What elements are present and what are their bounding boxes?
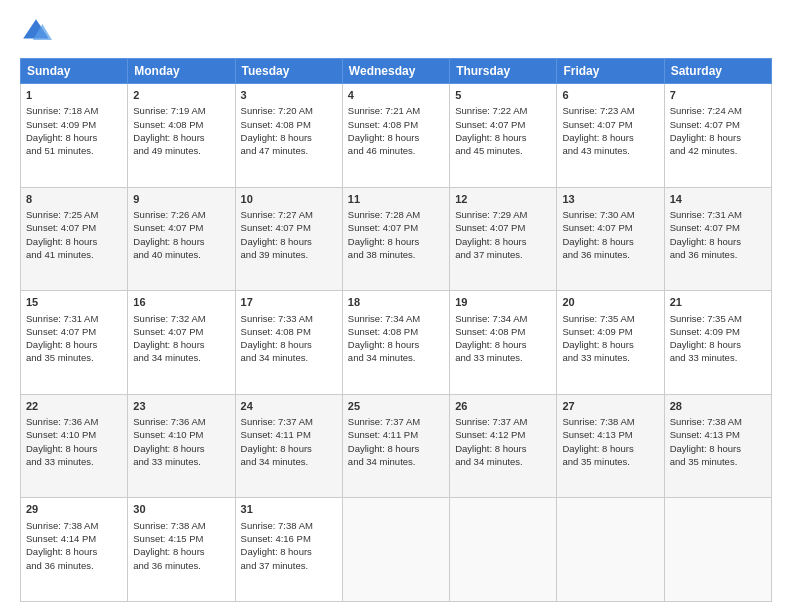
- cell-line: Daylight: 8 hours: [670, 235, 766, 248]
- cell-line: Sunset: 4:15 PM: [133, 532, 229, 545]
- cell-line: Sunrise: 7:31 AM: [26, 312, 122, 325]
- day-number: 20: [562, 295, 658, 310]
- day-number: 14: [670, 192, 766, 207]
- cell-line: and 46 minutes.: [348, 144, 444, 157]
- day-number: 22: [26, 399, 122, 414]
- cell-line: Daylight: 8 hours: [670, 442, 766, 455]
- cell-line: Sunset: 4:12 PM: [455, 428, 551, 441]
- cell-line: Sunset: 4:10 PM: [26, 428, 122, 441]
- week-row-2: 8Sunrise: 7:25 AMSunset: 4:07 PMDaylight…: [21, 187, 772, 291]
- calendar-cell: 14Sunrise: 7:31 AMSunset: 4:07 PMDayligh…: [664, 187, 771, 291]
- cell-line: Daylight: 8 hours: [562, 442, 658, 455]
- calendar-cell: 6Sunrise: 7:23 AMSunset: 4:07 PMDaylight…: [557, 84, 664, 188]
- calendar-cell: 2Sunrise: 7:19 AMSunset: 4:08 PMDaylight…: [128, 84, 235, 188]
- cell-line: Sunrise: 7:28 AM: [348, 208, 444, 221]
- cell-line: Sunrise: 7:38 AM: [26, 519, 122, 532]
- calendar-cell: 17Sunrise: 7:33 AMSunset: 4:08 PMDayligh…: [235, 291, 342, 395]
- cell-line: and 33 minutes.: [26, 455, 122, 468]
- cell-line: Sunset: 4:07 PM: [670, 221, 766, 234]
- cell-line: Sunset: 4:09 PM: [670, 325, 766, 338]
- calendar-cell: 28Sunrise: 7:38 AMSunset: 4:13 PMDayligh…: [664, 394, 771, 498]
- calendar-cell: 22Sunrise: 7:36 AMSunset: 4:10 PMDayligh…: [21, 394, 128, 498]
- cell-line: Sunrise: 7:38 AM: [133, 519, 229, 532]
- calendar: SundayMondayTuesdayWednesdayThursdayFrid…: [20, 58, 772, 602]
- calendar-cell: 5Sunrise: 7:22 AMSunset: 4:07 PMDaylight…: [450, 84, 557, 188]
- day-number: 11: [348, 192, 444, 207]
- cell-line: Sunset: 4:07 PM: [455, 118, 551, 131]
- cell-line: Sunset: 4:09 PM: [562, 325, 658, 338]
- day-header-monday: Monday: [128, 59, 235, 84]
- calendar-cell: 15Sunrise: 7:31 AMSunset: 4:07 PMDayligh…: [21, 291, 128, 395]
- cell-line: Sunset: 4:08 PM: [241, 118, 337, 131]
- cell-line: Sunrise: 7:19 AM: [133, 104, 229, 117]
- day-number: 3: [241, 88, 337, 103]
- cell-line: Sunset: 4:07 PM: [133, 325, 229, 338]
- cell-line: Sunrise: 7:31 AM: [670, 208, 766, 221]
- day-number: 25: [348, 399, 444, 414]
- calendar-cell: 4Sunrise: 7:21 AMSunset: 4:08 PMDaylight…: [342, 84, 449, 188]
- day-number: 23: [133, 399, 229, 414]
- cell-line: Sunrise: 7:37 AM: [348, 415, 444, 428]
- calendar-cell: 19Sunrise: 7:34 AMSunset: 4:08 PMDayligh…: [450, 291, 557, 395]
- cell-line: Daylight: 8 hours: [133, 338, 229, 351]
- day-number: 12: [455, 192, 551, 207]
- calendar-cell: 24Sunrise: 7:37 AMSunset: 4:11 PMDayligh…: [235, 394, 342, 498]
- cell-line: Daylight: 8 hours: [562, 131, 658, 144]
- calendar-cell: 7Sunrise: 7:24 AMSunset: 4:07 PMDaylight…: [664, 84, 771, 188]
- cell-line: Daylight: 8 hours: [455, 131, 551, 144]
- cell-line: Sunrise: 7:37 AM: [241, 415, 337, 428]
- cell-line: and 33 minutes.: [455, 351, 551, 364]
- cell-line: Sunset: 4:07 PM: [562, 118, 658, 131]
- day-number: 7: [670, 88, 766, 103]
- calendar-cell: 13Sunrise: 7:30 AMSunset: 4:07 PMDayligh…: [557, 187, 664, 291]
- cell-line: and 33 minutes.: [133, 455, 229, 468]
- cell-line: and 43 minutes.: [562, 144, 658, 157]
- cell-line: Sunrise: 7:37 AM: [455, 415, 551, 428]
- day-header-sunday: Sunday: [21, 59, 128, 84]
- calendar-cell: 9Sunrise: 7:26 AMSunset: 4:07 PMDaylight…: [128, 187, 235, 291]
- logo-icon: [20, 16, 52, 48]
- day-number: 6: [562, 88, 658, 103]
- cell-line: and 35 minutes.: [26, 351, 122, 364]
- cell-line: Sunrise: 7:22 AM: [455, 104, 551, 117]
- calendar-cell: 12Sunrise: 7:29 AMSunset: 4:07 PMDayligh…: [450, 187, 557, 291]
- cell-line: Daylight: 8 hours: [26, 338, 122, 351]
- cell-line: Sunset: 4:10 PM: [133, 428, 229, 441]
- cell-line: Sunset: 4:09 PM: [26, 118, 122, 131]
- calendar-cell: 31Sunrise: 7:38 AMSunset: 4:16 PMDayligh…: [235, 498, 342, 602]
- day-number: 10: [241, 192, 337, 207]
- cell-line: Sunset: 4:11 PM: [241, 428, 337, 441]
- cell-line: Daylight: 8 hours: [241, 235, 337, 248]
- cell-line: and 33 minutes.: [670, 351, 766, 364]
- cell-line: Sunset: 4:08 PM: [133, 118, 229, 131]
- calendar-cell: 8Sunrise: 7:25 AMSunset: 4:07 PMDaylight…: [21, 187, 128, 291]
- header: [20, 16, 772, 48]
- cell-line: Daylight: 8 hours: [133, 131, 229, 144]
- cell-line: Daylight: 8 hours: [26, 442, 122, 455]
- day-header-friday: Friday: [557, 59, 664, 84]
- cell-line: Sunrise: 7:36 AM: [26, 415, 122, 428]
- cell-line: and 37 minutes.: [241, 559, 337, 572]
- cell-line: Sunrise: 7:32 AM: [133, 312, 229, 325]
- day-number: 13: [562, 192, 658, 207]
- cell-line: and 34 minutes.: [348, 455, 444, 468]
- day-header-wednesday: Wednesday: [342, 59, 449, 84]
- cell-line: Sunset: 4:07 PM: [133, 221, 229, 234]
- cell-line: Sunset: 4:07 PM: [26, 221, 122, 234]
- cell-line: Daylight: 8 hours: [348, 338, 444, 351]
- calendar-cell: [664, 498, 771, 602]
- day-number: 5: [455, 88, 551, 103]
- cell-line: Sunset: 4:13 PM: [562, 428, 658, 441]
- calendar-cell: [342, 498, 449, 602]
- cell-line: Daylight: 8 hours: [241, 442, 337, 455]
- cell-line: Daylight: 8 hours: [348, 235, 444, 248]
- cell-line: and 47 minutes.: [241, 144, 337, 157]
- cell-line: Sunset: 4:07 PM: [348, 221, 444, 234]
- header-row: SundayMondayTuesdayWednesdayThursdayFrid…: [21, 59, 772, 84]
- day-number: 27: [562, 399, 658, 414]
- cell-line: and 40 minutes.: [133, 248, 229, 261]
- cell-line: and 36 minutes.: [133, 559, 229, 572]
- calendar-cell: 3Sunrise: 7:20 AMSunset: 4:08 PMDaylight…: [235, 84, 342, 188]
- day-number: 9: [133, 192, 229, 207]
- day-number: 17: [241, 295, 337, 310]
